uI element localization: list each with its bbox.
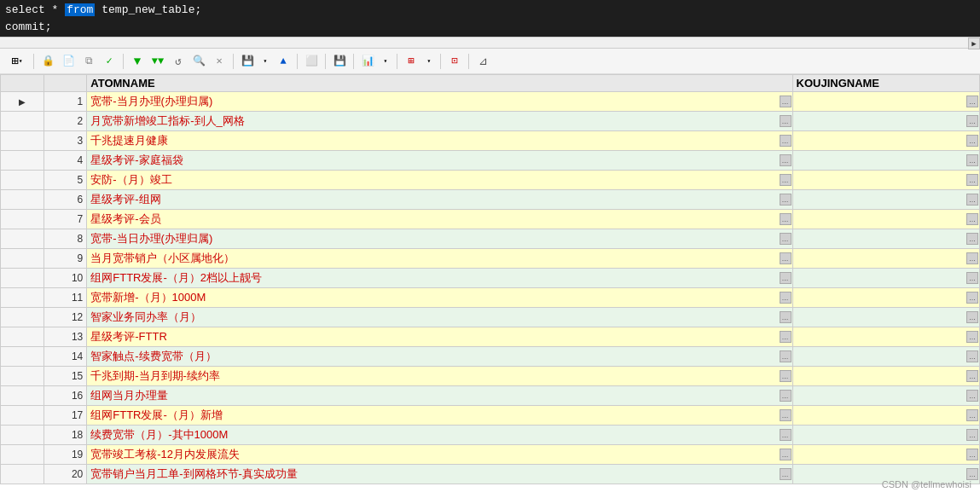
koujingname-cell[interactable]: … — [792, 308, 979, 327]
atomname-ellipsis-button[interactable]: … — [780, 213, 792, 225]
koujingname-ellipsis-button[interactable]: … — [966, 409, 978, 421]
atomname-cell[interactable]: 宽带竣工考核-12月内发展流失… — [87, 445, 792, 465]
koujingname-ellipsis-button[interactable]: … — [966, 449, 978, 460]
check-button[interactable]: ✓ — [100, 52, 119, 71]
atomname-cell[interactable]: 星级考评-会员… — [87, 210, 792, 229]
atomname-ellipsis-button[interactable]: … — [780, 154, 792, 166]
new-page-button[interactable]: 📄 — [59, 52, 78, 71]
koujingname-cell[interactable]: … — [792, 347, 979, 367]
atomname-ellipsis-button[interactable]: … — [780, 409, 792, 421]
koujingname-ellipsis-button[interactable]: … — [966, 331, 978, 343]
koujingname-ellipsis-button[interactable]: … — [966, 390, 978, 402]
atomname-cell[interactable]: 续费宽带（月）-其中1000M… — [87, 426, 792, 445]
atomname-ellipsis-button[interactable]: … — [780, 350, 792, 362]
koujingname-cell[interactable]: … — [792, 249, 979, 269]
koujingname-ellipsis-button[interactable]: … — [966, 115, 978, 127]
atomname-ellipsis-button[interactable]: … — [780, 390, 792, 402]
koujingname-cell[interactable]: … — [792, 426, 979, 445]
atomname-ellipsis-button[interactable]: … — [780, 429, 792, 441]
atomname-cell[interactable]: 组网FTTR发展-（月）2档以上靓号… — [87, 269, 792, 288]
koujingname-cell[interactable]: … — [792, 327, 979, 347]
koujingname-cell[interactable]: … — [792, 229, 979, 249]
scroll-right-arrow[interactable]: ▶ — [968, 38, 980, 49]
atomname-cell[interactable]: 组网FTTR发展-（月）新增… — [87, 406, 792, 426]
atomname-ellipsis-button[interactable]: … — [780, 194, 792, 206]
koujingname-cell[interactable]: … — [792, 406, 979, 426]
koujingname-cell[interactable]: … — [792, 92, 979, 112]
koujingname-cell[interactable]: … — [792, 112, 979, 131]
koujingname-ellipsis-button[interactable]: … — [966, 311, 978, 323]
atomname-ellipsis-button[interactable]: … — [780, 311, 792, 323]
koujingname-cell[interactable]: … — [792, 131, 979, 151]
koujingname-cell[interactable]: … — [792, 190, 979, 210]
filter-all-button[interactable]: ▼▼ — [148, 52, 167, 71]
atomname-cell[interactable]: 智家业务同办率（月）… — [87, 308, 792, 327]
koujingname-cell[interactable]: … — [792, 288, 979, 308]
atomname-ellipsis-button[interactable]: … — [780, 96, 792, 107]
koujingname-ellipsis-button[interactable]: … — [966, 292, 978, 304]
save-button[interactable]: 💾 — [238, 52, 257, 71]
koujingname-cell[interactable]: … — [792, 386, 979, 406]
koujingname-cell[interactable]: … — [792, 269, 979, 288]
atomname-ellipsis-button[interactable]: … — [780, 292, 792, 304]
grid2-button[interactable]: ⊞ — [402, 52, 420, 71]
koujingname-cell[interactable]: … — [792, 151, 979, 171]
atomname-cell[interactable]: 宽带新增-（月）1000M… — [87, 288, 792, 308]
atomname-cell[interactable]: 智家触点-续费宽带（月）… — [87, 347, 792, 367]
koujingname-ellipsis-button[interactable]: … — [966, 135, 978, 147]
koujingname-cell[interactable]: … — [792, 445, 979, 465]
atomname-ellipsis-button[interactable]: … — [780, 449, 792, 460]
atomname-ellipsis-button[interactable]: … — [780, 115, 792, 127]
chart-dropdown-button[interactable]: ▾ — [379, 52, 392, 71]
chart-button[interactable]: 📊 — [358, 52, 377, 71]
copy-button[interactable]: ⧉ — [79, 52, 98, 71]
koujingname-cell[interactable]: … — [792, 367, 979, 386]
atomname-cell[interactable]: 星级考评-家庭福袋… — [87, 151, 792, 171]
koujingname-cell[interactable]: … — [792, 210, 979, 229]
atomname-ellipsis-button[interactable]: … — [780, 174, 792, 186]
save-dropdown-button[interactable]: ▾ — [258, 52, 272, 71]
funnel-button[interactable]: ⊿ — [473, 52, 492, 71]
atomname-cell[interactable]: 千兆到期-当月到期-续约率… — [87, 367, 792, 386]
atomname-cell[interactable]: 千兆提速月健康… — [87, 131, 792, 151]
koujingname-ellipsis-button[interactable]: … — [966, 370, 978, 382]
koujingname-ellipsis-button[interactable]: … — [966, 468, 978, 480]
atomname-ellipsis-button[interactable]: … — [780, 272, 792, 284]
atomname-cell[interactable]: 宽带-当日办理(办理归属)… — [87, 229, 792, 249]
floppy-button[interactable]: 💾 — [330, 52, 349, 71]
koujingname-ellipsis-button[interactable]: … — [966, 154, 978, 166]
atomname-cell[interactable]: 组网当月办理量… — [87, 386, 792, 406]
koujingname-column-header[interactable]: KOUJINGNAME — [792, 75, 979, 92]
grid2-dropdown-button[interactable]: ▾ — [422, 52, 436, 71]
atomname-column-header[interactable]: ATOMNAME — [87, 75, 792, 92]
atomname-cell[interactable]: 宽带销户当月工单-到网格环节-真实成功量… — [87, 465, 792, 484]
clear-filter-button[interactable]: ✕ — [210, 52, 229, 71]
koujingname-ellipsis-button[interactable]: … — [966, 429, 978, 441]
atomname-ellipsis-button[interactable]: … — [780, 233, 792, 245]
koujingname-ellipsis-button[interactable]: … — [966, 350, 978, 362]
pivot-button[interactable]: ⊡ — [445, 52, 464, 71]
koujingname-ellipsis-button[interactable]: … — [966, 272, 978, 284]
undo-button[interactable]: ↺ — [169, 52, 188, 71]
filter-down-button[interactable]: ▼ — [128, 52, 147, 71]
koujingname-ellipsis-button[interactable]: … — [966, 252, 978, 264]
atomname-ellipsis-button[interactable]: … — [780, 370, 792, 382]
koujingname-cell[interactable]: … — [792, 171, 979, 190]
horizontal-scrollbar[interactable]: ▶ — [0, 37, 980, 49]
atomname-cell[interactable]: 安防-（月）竣工… — [87, 171, 792, 190]
atomname-cell[interactable]: 星级考评-组网… — [87, 190, 792, 210]
atomname-cell[interactable]: 当月宽带销户（小区属地化）… — [87, 249, 792, 269]
atomname-ellipsis-button[interactable]: … — [780, 468, 792, 480]
grid-view-button[interactable]: ⊞ ▾ — [5, 52, 29, 71]
koujingname-ellipsis-button[interactable]: … — [966, 233, 978, 245]
atomname-cell[interactable]: 月宽带新增竣工指标-到人_网格… — [87, 112, 792, 131]
koujingname-ellipsis-button[interactable]: … — [966, 213, 978, 225]
atomname-cell[interactable]: 星级考评-FTTR… — [87, 327, 792, 347]
search-button[interactable]: 🔍 — [189, 52, 208, 71]
lock-button[interactable]: 🔒 — [38, 52, 57, 71]
atomname-cell[interactable]: 宽带-当月办理(办理归属)… — [87, 92, 792, 112]
atomname-ellipsis-button[interactable]: … — [780, 331, 792, 343]
upload-button[interactable]: ▲ — [274, 52, 293, 71]
koujingname-ellipsis-button[interactable]: … — [966, 174, 978, 186]
atomname-ellipsis-button[interactable]: … — [780, 135, 792, 147]
